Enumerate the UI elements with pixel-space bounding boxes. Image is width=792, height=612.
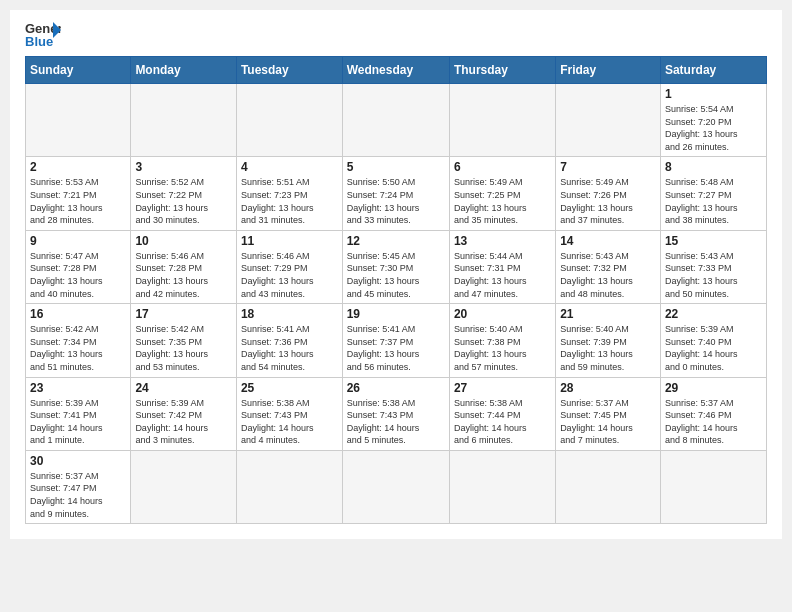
calendar-cell: 5Sunrise: 5:50 AM Sunset: 7:24 PM Daylig…	[342, 157, 449, 230]
day-number: 8	[665, 160, 762, 174]
calendar-week-6: 30Sunrise: 5:37 AM Sunset: 7:47 PM Dayli…	[26, 450, 767, 523]
calendar-cell: 27Sunrise: 5:38 AM Sunset: 7:44 PM Dayli…	[449, 377, 555, 450]
day-info: Sunrise: 5:38 AM Sunset: 7:43 PM Dayligh…	[241, 397, 338, 447]
calendar-week-5: 23Sunrise: 5:39 AM Sunset: 7:41 PM Dayli…	[26, 377, 767, 450]
day-info: Sunrise: 5:47 AM Sunset: 7:28 PM Dayligh…	[30, 250, 126, 300]
day-number: 7	[560, 160, 656, 174]
day-number: 15	[665, 234, 762, 248]
day-info: Sunrise: 5:43 AM Sunset: 7:32 PM Dayligh…	[560, 250, 656, 300]
day-number: 17	[135, 307, 232, 321]
day-info: Sunrise: 5:38 AM Sunset: 7:44 PM Dayligh…	[454, 397, 551, 447]
calendar-week-3: 9Sunrise: 5:47 AM Sunset: 7:28 PM Daylig…	[26, 230, 767, 303]
day-number: 23	[30, 381, 126, 395]
calendar-cell: 4Sunrise: 5:51 AM Sunset: 7:23 PM Daylig…	[236, 157, 342, 230]
logo-icon: General Blue	[25, 20, 61, 48]
weekday-header-tuesday: Tuesday	[236, 57, 342, 84]
day-info: Sunrise: 5:48 AM Sunset: 7:27 PM Dayligh…	[665, 176, 762, 226]
calendar-cell: 24Sunrise: 5:39 AM Sunset: 7:42 PM Dayli…	[131, 377, 237, 450]
day-info: Sunrise: 5:43 AM Sunset: 7:33 PM Dayligh…	[665, 250, 762, 300]
calendar-cell	[26, 84, 131, 157]
calendar-cell: 7Sunrise: 5:49 AM Sunset: 7:26 PM Daylig…	[556, 157, 661, 230]
day-info: Sunrise: 5:39 AM Sunset: 7:41 PM Dayligh…	[30, 397, 126, 447]
calendar-cell	[236, 450, 342, 523]
calendar-cell: 19Sunrise: 5:41 AM Sunset: 7:37 PM Dayli…	[342, 304, 449, 377]
calendar-cell: 16Sunrise: 5:42 AM Sunset: 7:34 PM Dayli…	[26, 304, 131, 377]
day-number: 5	[347, 160, 445, 174]
calendar-cell: 23Sunrise: 5:39 AM Sunset: 7:41 PM Dayli…	[26, 377, 131, 450]
calendar-cell	[131, 450, 237, 523]
calendar-cell: 26Sunrise: 5:38 AM Sunset: 7:43 PM Dayli…	[342, 377, 449, 450]
day-info: Sunrise: 5:51 AM Sunset: 7:23 PM Dayligh…	[241, 176, 338, 226]
svg-text:Blue: Blue	[25, 34, 53, 48]
calendar-cell	[660, 450, 766, 523]
calendar-cell: 20Sunrise: 5:40 AM Sunset: 7:38 PM Dayli…	[449, 304, 555, 377]
day-info: Sunrise: 5:40 AM Sunset: 7:38 PM Dayligh…	[454, 323, 551, 373]
day-info: Sunrise: 5:44 AM Sunset: 7:31 PM Dayligh…	[454, 250, 551, 300]
weekday-header-friday: Friday	[556, 57, 661, 84]
calendar-cell: 2Sunrise: 5:53 AM Sunset: 7:21 PM Daylig…	[26, 157, 131, 230]
day-number: 4	[241, 160, 338, 174]
day-number: 18	[241, 307, 338, 321]
day-number: 6	[454, 160, 551, 174]
weekday-header-monday: Monday	[131, 57, 237, 84]
calendar-cell: 14Sunrise: 5:43 AM Sunset: 7:32 PM Dayli…	[556, 230, 661, 303]
calendar-cell: 3Sunrise: 5:52 AM Sunset: 7:22 PM Daylig…	[131, 157, 237, 230]
calendar-cell: 25Sunrise: 5:38 AM Sunset: 7:43 PM Dayli…	[236, 377, 342, 450]
calendar-cell: 6Sunrise: 5:49 AM Sunset: 7:25 PM Daylig…	[449, 157, 555, 230]
day-number: 30	[30, 454, 126, 468]
day-info: Sunrise: 5:49 AM Sunset: 7:26 PM Dayligh…	[560, 176, 656, 226]
calendar-table: SundayMondayTuesdayWednesdayThursdayFrid…	[25, 56, 767, 524]
calendar-cell	[236, 84, 342, 157]
day-info: Sunrise: 5:42 AM Sunset: 7:35 PM Dayligh…	[135, 323, 232, 373]
calendar-cell	[342, 84, 449, 157]
day-number: 9	[30, 234, 126, 248]
day-number: 12	[347, 234, 445, 248]
weekday-header-sunday: Sunday	[26, 57, 131, 84]
day-info: Sunrise: 5:42 AM Sunset: 7:34 PM Dayligh…	[30, 323, 126, 373]
day-info: Sunrise: 5:38 AM Sunset: 7:43 PM Dayligh…	[347, 397, 445, 447]
day-info: Sunrise: 5:52 AM Sunset: 7:22 PM Dayligh…	[135, 176, 232, 226]
calendar-cell: 1Sunrise: 5:54 AM Sunset: 7:20 PM Daylig…	[660, 84, 766, 157]
calendar-cell	[131, 84, 237, 157]
day-info: Sunrise: 5:37 AM Sunset: 7:47 PM Dayligh…	[30, 470, 126, 520]
day-number: 3	[135, 160, 232, 174]
day-info: Sunrise: 5:37 AM Sunset: 7:45 PM Dayligh…	[560, 397, 656, 447]
calendar-cell: 18Sunrise: 5:41 AM Sunset: 7:36 PM Dayli…	[236, 304, 342, 377]
calendar-cell: 11Sunrise: 5:46 AM Sunset: 7:29 PM Dayli…	[236, 230, 342, 303]
day-number: 28	[560, 381, 656, 395]
header: General Blue	[25, 20, 767, 48]
weekday-header-saturday: Saturday	[660, 57, 766, 84]
day-info: Sunrise: 5:40 AM Sunset: 7:39 PM Dayligh…	[560, 323, 656, 373]
calendar-week-2: 2Sunrise: 5:53 AM Sunset: 7:21 PM Daylig…	[26, 157, 767, 230]
day-number: 26	[347, 381, 445, 395]
calendar-cell	[556, 84, 661, 157]
day-number: 19	[347, 307, 445, 321]
calendar-cell: 9Sunrise: 5:47 AM Sunset: 7:28 PM Daylig…	[26, 230, 131, 303]
day-number: 29	[665, 381, 762, 395]
weekday-header-row: SundayMondayTuesdayWednesdayThursdayFrid…	[26, 57, 767, 84]
day-number: 16	[30, 307, 126, 321]
day-number: 27	[454, 381, 551, 395]
day-info: Sunrise: 5:46 AM Sunset: 7:28 PM Dayligh…	[135, 250, 232, 300]
calendar-cell: 10Sunrise: 5:46 AM Sunset: 7:28 PM Dayli…	[131, 230, 237, 303]
day-info: Sunrise: 5:49 AM Sunset: 7:25 PM Dayligh…	[454, 176, 551, 226]
calendar-cell	[449, 84, 555, 157]
day-number: 1	[665, 87, 762, 101]
day-number: 25	[241, 381, 338, 395]
day-info: Sunrise: 5:50 AM Sunset: 7:24 PM Dayligh…	[347, 176, 445, 226]
calendar-cell: 13Sunrise: 5:44 AM Sunset: 7:31 PM Dayli…	[449, 230, 555, 303]
calendar-cell: 15Sunrise: 5:43 AM Sunset: 7:33 PM Dayli…	[660, 230, 766, 303]
calendar-cell: 17Sunrise: 5:42 AM Sunset: 7:35 PM Dayli…	[131, 304, 237, 377]
calendar-week-4: 16Sunrise: 5:42 AM Sunset: 7:34 PM Dayli…	[26, 304, 767, 377]
calendar-cell: 29Sunrise: 5:37 AM Sunset: 7:46 PM Dayli…	[660, 377, 766, 450]
day-number: 22	[665, 307, 762, 321]
day-number: 21	[560, 307, 656, 321]
calendar-cell: 21Sunrise: 5:40 AM Sunset: 7:39 PM Dayli…	[556, 304, 661, 377]
day-info: Sunrise: 5:54 AM Sunset: 7:20 PM Dayligh…	[665, 103, 762, 153]
day-info: Sunrise: 5:39 AM Sunset: 7:42 PM Dayligh…	[135, 397, 232, 447]
calendar-cell	[449, 450, 555, 523]
day-number: 20	[454, 307, 551, 321]
day-number: 24	[135, 381, 232, 395]
calendar-cell: 22Sunrise: 5:39 AM Sunset: 7:40 PM Dayli…	[660, 304, 766, 377]
calendar-cell: 8Sunrise: 5:48 AM Sunset: 7:27 PM Daylig…	[660, 157, 766, 230]
